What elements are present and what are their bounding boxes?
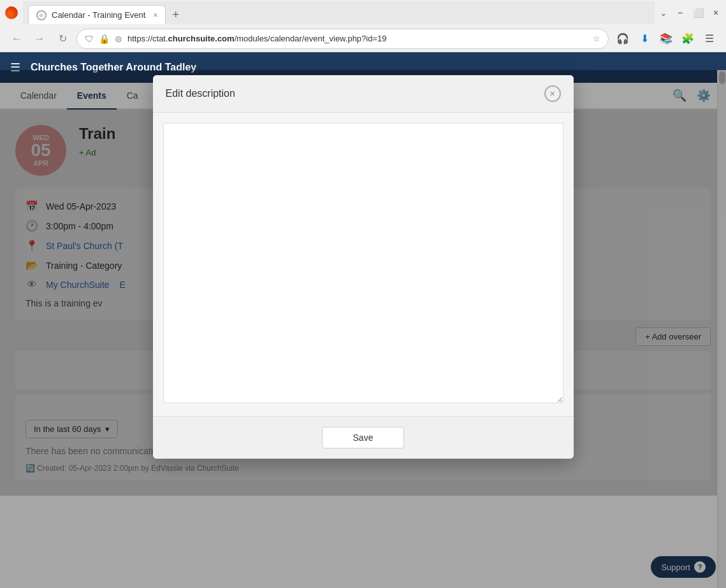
tab-favicon: ⊕ xyxy=(36,10,47,20)
restore-button[interactable]: ⬜ xyxy=(693,8,703,18)
address-domain: churchsuite.com xyxy=(168,34,235,43)
modal-body xyxy=(153,113,574,416)
refresh-button[interactable]: ↻ xyxy=(54,30,71,48)
new-tab-button[interactable]: + xyxy=(168,8,183,22)
download-icon[interactable]: ⬇ xyxy=(635,30,653,48)
browser-titlebar: ⊕ Calendar - Training Event × + ⌄ − ⬜ × xyxy=(0,0,726,25)
back-button[interactable]: ← xyxy=(8,30,25,48)
modal-title: Edit description xyxy=(166,88,235,99)
modal-footer: Save xyxy=(153,416,574,459)
address-protocol: https://ctat. xyxy=(127,34,168,43)
tab-bar: ⊕ Calendar - Training Event × + xyxy=(23,1,655,24)
address-path: /modules/calendar/event_view.php?id=19 xyxy=(235,34,387,43)
forward-button[interactable]: → xyxy=(31,30,48,48)
description-textarea[interactable] xyxy=(163,123,563,403)
library-icon[interactable]: 📚 xyxy=(657,30,675,48)
pocket-icon[interactable]: 🎧 xyxy=(614,30,632,48)
modal-close-button[interactable]: × xyxy=(544,85,561,102)
address-bar[interactable]: 🛡 🔒 ⊜ https://ctat.churchsuite.com/modul… xyxy=(76,29,609,49)
close-button[interactable]: × xyxy=(711,8,721,18)
menu-icon[interactable]: ☰ xyxy=(701,30,718,48)
shield-icon: 🛡 xyxy=(85,34,94,44)
modal-header: Edit description × xyxy=(153,75,574,113)
edit-description-modal: Edit description × Save xyxy=(153,75,574,459)
modal-overlay[interactable]: Edit description × Save xyxy=(0,70,726,588)
tab-close-btn[interactable]: × xyxy=(153,11,157,20)
save-button[interactable]: Save xyxy=(322,427,405,448)
browser-nav: ← → ↻ 🛡 🔒 ⊜ https://ctat.churchsuite.com… xyxy=(0,25,726,52)
tab-title: Calendar - Training Event xyxy=(52,10,145,20)
lock-icon: 🔒 xyxy=(99,34,110,44)
info-icon: ⊜ xyxy=(115,34,122,44)
active-tab[interactable]: ⊕ Calendar - Training Event × xyxy=(28,5,166,24)
firefox-logo xyxy=(5,6,18,19)
address-text: https://ctat.churchsuite.com/modules/cal… xyxy=(127,34,588,43)
bookmark-icon[interactable]: ☆ xyxy=(593,34,600,43)
minimize-button[interactable]: − xyxy=(675,8,685,18)
extensions-icon[interactable]: 🧩 xyxy=(679,30,697,48)
tab-dropdown-btn[interactable]: ⌄ xyxy=(660,8,667,18)
nav-actions: 🎧 ⬇ 📚 🧩 ☰ xyxy=(614,30,718,48)
